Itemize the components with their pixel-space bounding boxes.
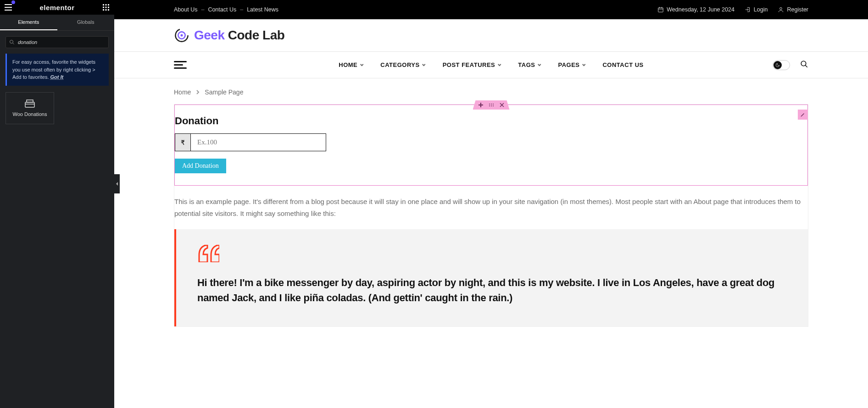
chevron-down-icon (581, 63, 586, 67)
svg-rect-9 (103, 9, 104, 11)
tab-elements[interactable]: Elements (0, 15, 57, 30)
topbar-date: Wednesday, 12 June 2024 (657, 6, 734, 13)
search-icon (800, 60, 808, 68)
svg-point-34 (493, 105, 494, 106)
main-navbar: HOME CATEGORYS POST FEATURES TAGS PAGES … (114, 52, 868, 78)
topbar-login-label: Login (754, 6, 768, 13)
sidebar-apps-button[interactable] (100, 2, 111, 13)
widget-woo-donations[interactable]: Woo Donations (6, 92, 54, 124)
breadcrumb-home[interactable]: Home (174, 88, 191, 96)
svg-line-26 (805, 65, 807, 67)
nav-item-post-features[interactable]: POST FEATURES (443, 61, 502, 68)
topbar-login-button[interactable]: Login (745, 6, 768, 13)
handle-drag-button[interactable] (489, 103, 494, 107)
donation-currency: ₹ (175, 133, 190, 151)
nav-item-pages[interactable]: PAGES (558, 61, 586, 68)
nav-right (773, 60, 808, 70)
elementor-edit-button[interactable] (798, 110, 808, 120)
sidebar-menu-button[interactable] (3, 2, 14, 13)
sidebar-header: elementor (0, 0, 114, 15)
donation-amount-input[interactable] (190, 133, 326, 151)
svg-line-13 (13, 43, 14, 44)
page-preview: About Us – Contact Us – Latest News Wedn… (114, 0, 868, 408)
topbar-sep: – (240, 6, 243, 13)
sidebar-collapse-button[interactable] (114, 174, 120, 193)
svg-point-29 (489, 104, 490, 105)
topbar-links: About Us – Contact Us – Latest News (174, 6, 278, 13)
search-icon (9, 39, 15, 45)
svg-rect-10 (105, 9, 106, 11)
nav-item-categorys[interactable]: CATEGORYS (380, 61, 426, 68)
moon-icon (775, 63, 780, 67)
topbar-sep: – (201, 6, 204, 13)
svg-point-30 (491, 104, 492, 105)
widget-search-input[interactable] (6, 36, 109, 48)
widget-search (6, 36, 109, 48)
elementor-logo: elementor (39, 4, 74, 11)
donation-input-row: ₹ (175, 133, 807, 151)
brand-geek: Geek (194, 28, 225, 42)
nav-item-home[interactable]: HOME (339, 61, 364, 68)
topbar-date-text: Wednesday, 12 June 2024 (667, 6, 734, 13)
login-icon (745, 6, 751, 13)
svg-rect-4 (105, 4, 106, 6)
blockquote: Hi there! I'm a bike messenger by day, a… (174, 229, 808, 326)
svg-rect-28 (479, 105, 483, 105)
brand-bar: Geek Code Lab (114, 19, 868, 52)
user-icon (778, 6, 784, 13)
brand-rest: Code Lab (225, 28, 285, 42)
topbar-link-about[interactable]: About Us (174, 6, 197, 13)
widget-list: Woo Donations (0, 92, 114, 124)
theme-toggle-knob (773, 61, 782, 69)
nav-hamburger-button[interactable] (174, 61, 187, 69)
elementor-section-handle (473, 100, 510, 110)
handle-delete-button[interactable] (500, 103, 504, 107)
tab-globals[interactable]: Globals (57, 15, 115, 30)
handle-add-button[interactable] (479, 103, 483, 107)
topbar-link-contact[interactable]: Contact Us (208, 6, 236, 13)
nav-item-tags[interactable]: TAGS (518, 61, 541, 68)
svg-rect-5 (108, 4, 109, 6)
topbar-register-button[interactable]: Register (778, 6, 808, 13)
quote-icon (197, 245, 787, 264)
nav-links: HOME CATEGORYS POST FEATURES TAGS PAGES … (339, 61, 644, 68)
svg-rect-6 (103, 7, 104, 8)
add-donation-button[interactable]: Add Donation (175, 159, 226, 173)
svg-rect-17 (658, 8, 663, 12)
chevron-down-icon (497, 63, 501, 67)
elementor-sidebar: elementor Elements Globals For easy acce… (0, 0, 114, 408)
sample-paragraph: This is an example page. It's different … (174, 196, 808, 219)
chevron-down-icon (537, 63, 541, 67)
tip-gotit-button[interactable]: Got It (50, 74, 64, 80)
svg-rect-15 (27, 100, 33, 102)
donation-widget: Donation ₹ Add Donation (175, 115, 807, 173)
site-brand[interactable]: Geek Code Lab (174, 28, 284, 43)
svg-point-33 (491, 105, 492, 106)
svg-point-24 (180, 34, 183, 36)
nav-item-contact[interactable]: CONTACT US (602, 61, 643, 68)
breadcrumb: Home Sample Page (114, 78, 868, 104)
donations-icon (25, 99, 35, 108)
svg-rect-8 (108, 7, 109, 8)
topbar-link-news[interactable]: Latest News (247, 6, 278, 13)
sidebar-tabs: Elements Globals (0, 15, 114, 31)
svg-rect-0 (5, 4, 12, 5)
chevron-down-icon (359, 63, 364, 67)
svg-rect-1 (5, 7, 12, 8)
donation-title: Donation (175, 115, 807, 127)
widget-label: Woo Donations (12, 111, 47, 117)
content-card: Donation ₹ Add Donation This is an examp… (174, 104, 808, 327)
topbar-right: Wednesday, 12 June 2024 Login Register (657, 6, 808, 13)
calendar-icon (657, 6, 664, 13)
elementor-selected-widget[interactable]: Donation ₹ Add Donation (174, 105, 808, 186)
svg-rect-7 (105, 7, 106, 8)
theme-toggle[interactable] (773, 60, 790, 70)
svg-rect-2 (5, 10, 12, 11)
chevron-down-icon (422, 63, 426, 67)
quote-text: Hi there! I'm a bike messenger by day, a… (197, 275, 787, 305)
svg-rect-3 (103, 4, 104, 6)
chevron-right-icon (195, 90, 200, 94)
svg-point-25 (801, 61, 806, 66)
breadcrumb-current: Sample Page (205, 88, 243, 96)
navbar-search-button[interactable] (800, 60, 808, 70)
